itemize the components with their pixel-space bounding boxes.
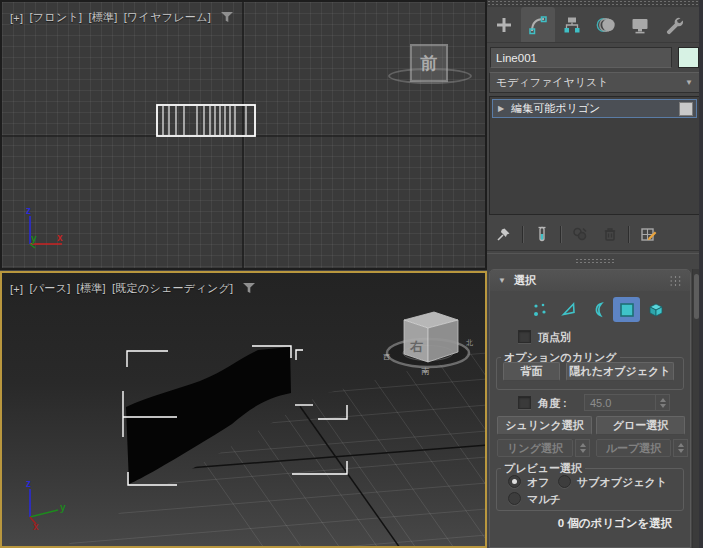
compass-west: 西 — [383, 353, 390, 361]
create-plus-icon — [494, 15, 514, 35]
compass-north: 北 — [466, 339, 473, 347]
tab-hierarchy[interactable] — [555, 7, 589, 42]
wireframe-object[interactable] — [157, 105, 255, 136]
spinner-arrows-icon — [576, 440, 589, 456]
axis-label-z: z — [26, 205, 31, 216]
viewcube-front[interactable]: 前 — [410, 44, 448, 82]
motion-icon — [596, 15, 616, 35]
object-name-field[interactable] — [490, 47, 672, 68]
toolbar-separator — [628, 226, 630, 243]
tab-modify[interactable] — [521, 7, 555, 42]
viewport-front[interactable]: z y x 前 [+] [フロント] [標準] [ワイヤフレーム] — [0, 0, 487, 270]
stack-item-label: 編集可能ポリゴン — [511, 101, 600, 116]
subobject-vertex-button[interactable] — [526, 297, 553, 322]
preview-off-label: オフ — [527, 475, 550, 490]
tab-create[interactable] — [487, 7, 521, 42]
per-view-filter-icon[interactable] — [243, 283, 255, 294]
axis-label-x: x — [57, 232, 63, 243]
name-and-color-row — [490, 47, 700, 68]
angle-value: 45.0 — [590, 397, 611, 409]
toolbar-separator — [560, 226, 562, 243]
tab-utilities[interactable] — [657, 7, 691, 42]
modify-icon — [528, 15, 548, 35]
polygon-icon — [617, 300, 637, 320]
selection-rollout: ▼ 選択 — [489, 269, 691, 548]
tab-display[interactable] — [623, 7, 657, 42]
modifier-list-dropdown[interactable]: モディファイヤリスト ▼ — [489, 72, 700, 93]
axis-label-y: y — [60, 502, 66, 513]
viewport-menu-preset[interactable]: [標準] — [88, 10, 117, 25]
trash-icon — [601, 225, 619, 243]
show-end-result-button[interactable] — [533, 225, 551, 243]
grow-selection-button[interactable]: グロー選択 — [596, 416, 685, 435]
preview-subobject-radio[interactable] — [558, 475, 571, 488]
loop-selection-button: ループ選択 — [596, 439, 671, 457]
viewport-menu-general[interactable]: [+] — [10, 12, 23, 24]
subobject-polygon-button[interactable] — [613, 297, 640, 322]
selection-status-text: 0 個のポリゴンを選択 — [490, 516, 692, 531]
viewport-menu-pov[interactable]: [パース] — [29, 281, 70, 296]
selection-rollout-header[interactable]: ▼ 選択 — [490, 270, 690, 291]
remove-modifier-button-disabled — [601, 225, 619, 243]
hidden-objects-label: 隠れたオブジェクト — [569, 364, 670, 379]
backface-label: 背面 — [521, 364, 543, 379]
viewport-perspective[interactable]: 右 西 南 北 z y x [+] [パース] [標準] [既定のシェーディング… — [0, 271, 487, 548]
make-unique-button-disabled — [571, 225, 589, 243]
axis-label-z: z — [26, 478, 31, 489]
viewport-menu-shading[interactable]: [ワイヤフレーム] — [124, 10, 211, 25]
viewport-menu-general[interactable]: [+] — [10, 283, 23, 295]
viewcube-front-face-label: 前 — [421, 52, 438, 75]
preview-multi-radio[interactable] — [508, 492, 521, 505]
panel-drag-handle[interactable] — [487, 0, 703, 7]
per-view-filter-icon[interactable] — [221, 12, 233, 23]
preview-subobject-label: サブオブジェクト — [577, 475, 667, 490]
modifier-stack-list[interactable]: ▶ 編集可能ポリゴン — [489, 96, 700, 215]
command-panel-tabs — [487, 7, 703, 43]
3dsmax-window: z y x 前 [+] [フロント] [標準] [ワイヤフレーム] — [0, 0, 703, 548]
toolbar-separator — [522, 226, 524, 243]
spinner-arrows-icon[interactable] — [655, 395, 669, 410]
backface-culling-button[interactable]: 背面 — [503, 362, 560, 381]
stack-toolbar — [489, 221, 700, 247]
preview-group-title: プレビュー選択 — [501, 461, 585, 476]
rollout-drag-dots[interactable] — [575, 258, 615, 264]
editable-poly-object[interactable] — [126, 347, 291, 484]
stack-item-onoff-icon[interactable] — [679, 102, 693, 116]
axis-label-y: y — [31, 233, 37, 244]
element-cube-icon — [646, 300, 666, 320]
stack-item-editable-poly[interactable]: ▶ 編集可能ポリゴン — [492, 99, 697, 118]
object-color-swatch[interactable] — [678, 47, 699, 68]
hidden-objects-button[interactable]: 隠れたオブジェクト — [566, 362, 674, 381]
rollout-title: 選択 — [514, 273, 536, 288]
axis-tripod-perspective: z y x — [26, 478, 66, 532]
ground-axis-x — [60, 445, 485, 478]
viewport-menu-pov[interactable]: [フロント] — [29, 10, 82, 25]
expand-arrow-icon[interactable]: ▶ — [498, 104, 504, 113]
angle-spinner[interactable]: 45.0 — [584, 394, 670, 411]
viewport-menu-shading[interactable]: [既定のシェーディング] — [112, 281, 234, 296]
angle-checkbox[interactable] — [518, 396, 531, 409]
preview-multi-label: マルチ — [527, 492, 561, 507]
by-vertex-label: 頂点別 — [538, 330, 571, 345]
edge-icon — [559, 300, 579, 320]
subobject-level-buttons — [526, 297, 669, 322]
subobject-border-button[interactable] — [584, 297, 611, 322]
compass-south: 南 — [421, 367, 430, 376]
ring-spinner — [575, 439, 590, 457]
configure-modifier-sets-button[interactable] — [639, 225, 657, 243]
viewcube-perspective[interactable]: 右 西 南 北 — [383, 312, 473, 376]
rollout-collapse-icon: ▼ — [498, 276, 506, 285]
ring-label: リング選択 — [507, 441, 563, 456]
panel-edge-strip — [699, 0, 703, 548]
subobject-element-button[interactable] — [642, 297, 669, 322]
by-vertex-checkbox[interactable] — [518, 330, 531, 343]
make-unique-icon — [571, 225, 589, 243]
viewport-menu-preset[interactable]: [標準] — [77, 281, 106, 296]
tab-motion[interactable] — [589, 7, 623, 42]
pin-stack-button[interactable] — [495, 225, 513, 243]
configure-modifier-sets-icon — [639, 225, 657, 243]
shrink-selection-button[interactable]: シュリンク選択 — [497, 416, 592, 435]
subobject-edge-button[interactable] — [555, 297, 582, 322]
preview-off-radio[interactable] — [508, 475, 521, 488]
test-tube-icon — [533, 225, 551, 243]
